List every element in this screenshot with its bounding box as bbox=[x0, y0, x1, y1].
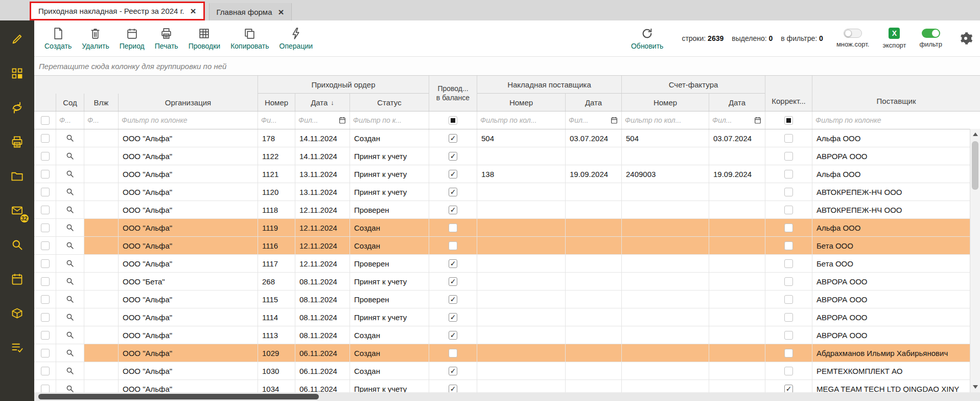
select-all-checkbox[interactable] bbox=[41, 116, 50, 125]
row-checkbox[interactable] bbox=[41, 259, 50, 268]
correction-checkbox[interactable] bbox=[784, 224, 793, 232]
table-row[interactable]: ООО "Альфа" 1030 06.11.2024 Создан РЕМТЕ… bbox=[34, 362, 980, 380]
correction-checkbox[interactable] bbox=[784, 385, 793, 393]
status-filter-input[interactable] bbox=[353, 116, 426, 124]
correction-checkbox[interactable] bbox=[784, 349, 793, 358]
vertical-scrollbar[interactable] bbox=[970, 129, 980, 392]
magnifier-icon[interactable] bbox=[65, 313, 75, 322]
number-filter-input[interactable] bbox=[261, 116, 292, 124]
horizontal-scroll-thumb[interactable] bbox=[38, 394, 319, 399]
column-header-date[interactable]: Дата ↓ bbox=[295, 94, 350, 111]
posted-checkbox[interactable] bbox=[449, 277, 457, 286]
column-header-facture-number[interactable]: Номер bbox=[622, 94, 709, 111]
magnifier-icon[interactable] bbox=[65, 241, 75, 250]
magnifier-icon[interactable] bbox=[65, 384, 75, 393]
row-checkbox[interactable] bbox=[41, 295, 50, 304]
correction-checkbox[interactable] bbox=[784, 241, 793, 250]
posted-checkbox[interactable] bbox=[449, 259, 457, 268]
row-checkbox[interactable] bbox=[41, 313, 50, 322]
column-header-sod[interactable]: Сод bbox=[56, 94, 84, 111]
table-row[interactable]: ООО "Альфа" 1120 13.11.2024 Принят к уче… bbox=[34, 183, 980, 201]
calendar-picker-icon[interactable] bbox=[338, 116, 346, 124]
facture-number-filter-input[interactable] bbox=[625, 116, 706, 124]
column-header-vlj[interactable]: Влж bbox=[84, 94, 119, 111]
table-row[interactable]: ООО "Альфа" 178 14.11.2024 Создан 504 03… bbox=[34, 129, 980, 147]
magnifier-icon[interactable] bbox=[65, 151, 75, 161]
copy-button[interactable]: Копировать bbox=[225, 25, 274, 52]
column-header-facture-date[interactable]: Дата bbox=[709, 94, 765, 111]
print-button[interactable]: Печать bbox=[150, 25, 183, 52]
row-checkbox[interactable] bbox=[41, 277, 50, 286]
magnifier-icon[interactable] bbox=[65, 223, 75, 232]
magnifier-icon[interactable] bbox=[65, 295, 75, 304]
magnifier-icon[interactable] bbox=[65, 348, 75, 358]
correction-checkbox[interactable] bbox=[784, 206, 793, 214]
settings-gear-icon[interactable] bbox=[959, 31, 973, 46]
sidebar-item-modules[interactable] bbox=[7, 64, 28, 84]
table-row[interactable]: ООО "Альфа" 1029 06.11.2024 Создан Абдра… bbox=[34, 344, 980, 362]
operations-button[interactable]: Операции bbox=[274, 25, 318, 52]
row-checkbox[interactable] bbox=[41, 170, 50, 179]
multisort-toggle[interactable] bbox=[844, 29, 862, 38]
tab-incoming-invoice-registry[interactable]: Приходная накладная - Реестр за 2024 г. … bbox=[30, 2, 205, 20]
posted-checkbox[interactable] bbox=[449, 206, 457, 214]
table-row[interactable]: ООО "Альфа" 1122 14.11.2024 Принят к уче… bbox=[34, 147, 980, 165]
delete-button[interactable]: Удалить bbox=[77, 25, 114, 52]
correction-checkbox[interactable] bbox=[784, 152, 793, 161]
posted-checkbox[interactable] bbox=[449, 152, 457, 161]
column-header-correction[interactable]: Коррект... bbox=[765, 76, 812, 111]
sidebar-item-edit[interactable] bbox=[7, 30, 28, 50]
refresh-button[interactable]: Обновить bbox=[626, 25, 668, 52]
column-header-number[interactable]: Номер bbox=[258, 94, 295, 111]
table-row[interactable]: ООО "Альфа" 1034 06.11.2024 Принят к уче… bbox=[34, 380, 980, 393]
magnifier-icon[interactable] bbox=[65, 169, 75, 179]
magnifier-icon[interactable] bbox=[65, 330, 75, 340]
band-header-facture[interactable]: Счет-фактура bbox=[622, 76, 765, 94]
posted-checkbox[interactable] bbox=[449, 367, 457, 375]
posted-filter-checkbox[interactable] bbox=[449, 116, 457, 125]
table-row[interactable]: ООО "Альфа" 1118 12.11.2024 Проверен АВТ… bbox=[34, 201, 980, 219]
table-row[interactable]: ООО "Альфа" 1121 13.11.2024 Принят к уче… bbox=[34, 165, 980, 183]
period-button[interactable]: Период bbox=[114, 25, 150, 52]
filter-toggle[interactable] bbox=[922, 29, 940, 38]
calendar-picker-icon[interactable] bbox=[610, 116, 618, 124]
org-filter-input[interactable] bbox=[122, 116, 254, 124]
calendar-picker-icon[interactable] bbox=[754, 116, 762, 124]
band-header-supplier-invoice[interactable]: Накладная поставщика bbox=[477, 76, 622, 94]
magnifier-icon[interactable] bbox=[65, 187, 75, 196]
row-checkbox[interactable] bbox=[41, 188, 50, 196]
column-header-invoice-date[interactable]: Дата bbox=[566, 94, 622, 111]
table-row[interactable]: ООО "Альфа" 1114 08.11.2024 Принят к уче… bbox=[34, 308, 980, 326]
correction-checkbox[interactable] bbox=[784, 277, 793, 286]
table-row[interactable]: ООО "Альфа" 1119 12.11.2024 Создан Альфа… bbox=[34, 219, 980, 237]
grouping-drop-zone[interactable]: Перетащите сюда колонку для группировки … bbox=[34, 57, 980, 76]
table-row[interactable]: ООО "Альфа" 1113 08.11.2024 Создан АВРОР… bbox=[34, 326, 980, 344]
sidebar-item-catalog[interactable] bbox=[7, 304, 28, 324]
correction-checkbox[interactable] bbox=[784, 134, 793, 143]
correction-checkbox[interactable] bbox=[784, 331, 793, 340]
correction-checkbox[interactable] bbox=[784, 295, 793, 304]
row-checkbox[interactable] bbox=[41, 367, 50, 375]
row-checkbox[interactable] bbox=[41, 385, 50, 393]
magnifier-icon[interactable] bbox=[65, 366, 75, 375]
row-checkbox[interactable] bbox=[41, 349, 50, 358]
posted-checkbox[interactable] bbox=[449, 313, 457, 322]
close-icon[interactable]: × bbox=[190, 6, 196, 16]
posted-checkbox[interactable] bbox=[449, 331, 457, 340]
magnifier-icon[interactable] bbox=[65, 259, 75, 268]
excel-export-icon[interactable]: X bbox=[889, 28, 900, 39]
scroll-up-icon[interactable] bbox=[973, 132, 978, 136]
sidebar-item-mail[interactable]: 32 bbox=[7, 201, 28, 221]
vertical-scroll-thumb[interactable] bbox=[972, 141, 978, 190]
tab-main-form[interactable]: Главная форма × bbox=[209, 3, 292, 20]
table-row[interactable]: ООО "Альфа" 1115 08.11.2024 Проверен АВР… bbox=[34, 291, 980, 308]
correction-filter-checkbox[interactable] bbox=[784, 116, 793, 125]
sidebar-item-tasks[interactable] bbox=[7, 338, 28, 359]
correction-checkbox[interactable] bbox=[784, 313, 793, 322]
sidebar-item-folders[interactable] bbox=[7, 167, 28, 187]
column-header-invoice-number[interactable]: Номер bbox=[477, 94, 566, 111]
correction-checkbox[interactable] bbox=[784, 170, 793, 179]
row-checkbox[interactable] bbox=[41, 152, 50, 161]
postings-button[interactable]: Проводки bbox=[183, 25, 226, 52]
sidebar-item-print[interactable] bbox=[7, 132, 28, 153]
